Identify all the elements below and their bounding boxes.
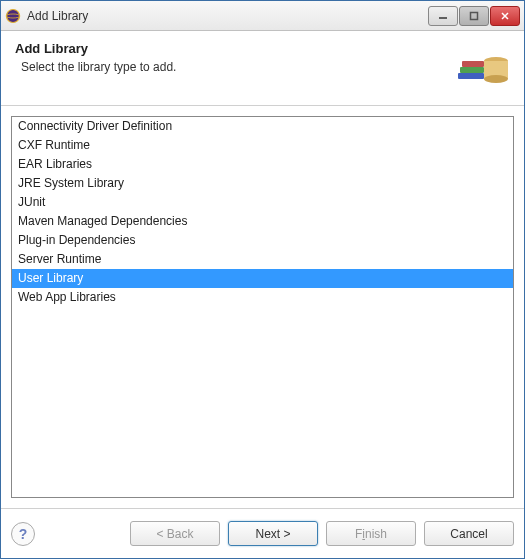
next-button[interactable]: Next > [228,521,318,546]
list-item[interactable]: Web App Libraries [12,288,513,307]
finish-button[interactable]: Finish [326,521,416,546]
eclipse-icon [5,8,21,24]
list-item[interactable]: JUnit [12,193,513,212]
cancel-button[interactable]: Cancel [424,521,514,546]
list-item[interactable]: Server Runtime [12,250,513,269]
svg-rect-3 [471,12,478,19]
svg-rect-9 [458,73,484,79]
list-item[interactable]: EAR Libraries [12,155,513,174]
help-button[interactable]: ? [11,522,35,546]
back-button[interactable]: < Back [130,521,220,546]
minimize-button[interactable] [428,6,458,26]
list-item[interactable]: Maven Managed Dependencies [12,212,513,231]
list-item[interactable]: Connectivity Driver Definition [12,117,513,136]
window-controls [428,6,520,26]
wizard-header: Add Library Select the library type to a… [1,31,524,106]
list-item[interactable]: Plug-in Dependencies [12,231,513,250]
svg-rect-11 [462,61,484,67]
button-bar: ? < Back Next > Finish Cancel [1,508,524,558]
list-item[interactable]: User Library [12,269,513,288]
dialog-window: Add Library Add Library Select the libra… [0,0,525,559]
page-subtitle: Select the library type to add. [21,60,454,74]
window-title: Add Library [27,9,428,23]
svg-point-8 [484,75,508,83]
maximize-button[interactable] [459,6,489,26]
content-area: Connectivity Driver DefinitionCXF Runtim… [1,106,524,508]
header-text: Add Library Select the library type to a… [15,41,454,74]
list-item[interactable]: CXF Runtime [12,136,513,155]
list-item[interactable]: JRE System Library [12,174,513,193]
svg-point-0 [7,9,20,22]
titlebar: Add Library [1,1,524,31]
svg-rect-10 [460,67,484,73]
page-title: Add Library [15,41,454,56]
close-button[interactable] [490,6,520,26]
library-type-list[interactable]: Connectivity Driver DefinitionCXF Runtim… [11,116,514,498]
library-icon [454,41,510,93]
